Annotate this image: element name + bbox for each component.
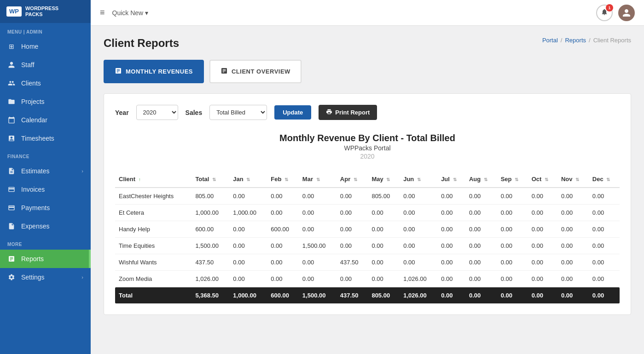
sidebar-item-clients[interactable]: Clients [0,74,91,92]
cell-value: 0.00 [368,254,400,271]
sidebar-item-settings[interactable]: Settings › [0,268,91,286]
sales-select[interactable]: Total Billed Invoiced Paid [209,105,267,120]
col-nov[interactable]: Nov ⇅ [557,171,589,188]
sidebar-item-label: Timesheets [21,135,54,142]
cell-value: 0.00 [528,238,557,254]
timesheets-icon [7,134,16,143]
sidebar-item-label: Invoices [21,186,45,193]
breadcrumb-portal[interactable]: Portal [542,37,558,44]
quick-new-arrow: ▾ [145,9,148,17]
col-jun[interactable]: Jun ⇅ [400,171,437,188]
total-value: 0.00 [528,287,557,304]
table-row: Wishful Wants437.500.000.000.00437.500.0… [115,254,620,271]
report-subtitle: WPPacks Portal [115,144,620,152]
logo-box: WP [6,6,22,17]
cell-value: 805.00 [368,188,400,205]
finance-section-label: FINANCE [0,148,91,162]
cell-value: 0.00 [437,271,465,287]
reports-icon [7,255,16,263]
avatar[interactable] [618,5,635,21]
sidebar-item-calendar[interactable]: Calendar [0,111,91,129]
cell-value: 0.00 [437,205,465,221]
cell-value: 1,500.00 [191,238,229,254]
cell-value: 0.00 [465,221,497,238]
col-sep[interactable]: Sep ⇅ [497,171,528,188]
cell-value: 0.00 [437,221,465,238]
cell-value: 0.00 [299,205,337,221]
col-jan[interactable]: Jan ⇅ [229,171,267,188]
table-row: Handy Help600.000.00600.000.000.000.000.… [115,221,620,238]
cell-value: 0.00 [368,271,400,287]
sidebar-item-expenses[interactable]: Expenses [0,217,91,235]
cell-value: 0.00 [229,271,267,287]
cell-value: 0.00 [497,205,528,221]
cell-value: 0.00 [437,188,465,205]
cell-value: 0.00 [337,205,368,221]
cell-value: 600.00 [267,221,299,238]
total-value: 5,368.50 [191,287,229,304]
breadcrumb-reports[interactable]: Reports [565,37,586,44]
cell-value: 0.00 [465,254,497,271]
quick-new-button[interactable]: Quick New ▾ [112,9,149,17]
col-feb[interactable]: Feb ⇅ [267,171,299,188]
sidebar-item-estimates[interactable]: Estimates › [0,162,91,180]
cell-value: 0.00 [589,238,620,254]
update-button[interactable]: Update [274,105,311,120]
sidebar-item-invoices[interactable]: Invoices [0,180,91,199]
cell-value: 0.00 [589,188,620,205]
sidebar-item-reports[interactable]: Reports [0,250,91,268]
cell-value: 0.00 [528,254,557,271]
col-apr[interactable]: Apr ⇅ [337,171,368,188]
print-label: Print Report [335,109,370,116]
cell-client: Time Equities [115,238,191,254]
cell-value: 0.00 [497,221,528,238]
estimates-arrow: › [81,168,83,174]
cell-value: 0.00 [368,238,400,254]
col-may[interactable]: May ⇅ [368,171,400,188]
total-value: 0.00 [497,287,528,304]
total-value: 0.00 [557,287,589,304]
clients-icon [7,79,16,87]
cell-value: 0.00 [465,271,497,287]
total-value: 1,500.00 [299,287,337,304]
total-label: Total [115,287,191,304]
sidebar-item-projects[interactable]: Projects [0,92,91,111]
sidebar: WP WORDPRESSPACKS MENU | ADMIN ⊞ Home St… [0,0,91,354]
total-value: 437.50 [337,287,368,304]
col-aug[interactable]: Aug ⇅ [465,171,497,188]
cell-value: 0.00 [299,188,337,205]
notification-button[interactable]: 1 [596,5,613,21]
col-client[interactable]: Client ↑ [115,171,191,188]
col-dec[interactable]: Dec ⇅ [589,171,620,188]
col-oct[interactable]: Oct ⇅ [528,171,557,188]
print-button[interactable]: Print Report [319,105,377,120]
report-panel: Year 2020 2019 2018 2021 Sales Total Bil… [104,93,631,315]
col-mar[interactable]: Mar ⇅ [299,171,337,188]
year-select[interactable]: 2020 2019 2018 2021 [136,105,178,120]
cell-value: 0.00 [557,221,589,238]
payments-icon [7,204,16,212]
cell-client: Wishful Wants [115,254,191,271]
sidebar-item-staff[interactable]: Staff [0,56,91,74]
cell-value: 1,000.00 [191,205,229,221]
hamburger-button[interactable]: ≡ [100,8,105,17]
tab-monthly-revenues[interactable]: MONTHLY REVENUES [104,60,204,83]
cell-value: 0.00 [337,221,368,238]
sidebar-item-payments[interactable]: Payments [0,199,91,217]
sidebar-item-label: Home [21,43,38,50]
cell-value: 0.00 [589,221,620,238]
cell-value: 0.00 [528,271,557,287]
total-value: 0.00 [437,287,465,304]
page-header: Client Reports Portal / Reports / Client… [104,37,631,50]
col-total[interactable]: Total ⇅ [191,171,229,188]
total-value: 600.00 [267,287,299,304]
sidebar-item-timesheets[interactable]: Timesheets [0,129,91,148]
tab-client-overview[interactable]: CLIENT OVERVIEW [209,60,302,83]
breadcrumb: Portal / Reports / Client Reports [542,37,631,44]
cell-value: 0.00 [528,205,557,221]
col-jul[interactable]: Jul ⇅ [437,171,465,188]
sidebar-item-home[interactable]: ⊞ Home [0,37,91,56]
more-section-label: MORE [0,235,91,250]
cell-value: 0.00 [557,254,589,271]
cell-client: Zoom Media [115,271,191,287]
